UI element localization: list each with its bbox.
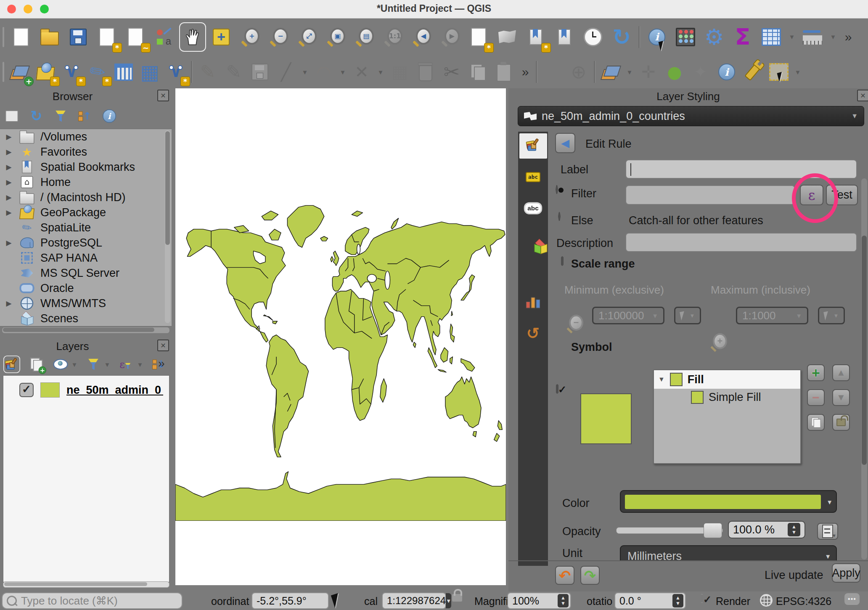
modify-attributes-icon[interactable]: ▦ — [389, 60, 410, 84]
show-spatial-bookmarks-icon[interactable] — [553, 24, 576, 50]
expand-arrow-icon[interactable]: ▶ — [4, 299, 13, 308]
zoom-to-selection-icon[interactable]: ▣ — [324, 24, 347, 50]
measure-caret[interactable]: ▼ — [829, 33, 837, 40]
layer-tools-caret[interactable]: ▼ — [626, 69, 633, 76]
select-tool-disabled-icon[interactable]: ✛ — [638, 60, 659, 84]
lock-scale-icon[interactable] — [452, 594, 462, 603]
add-symbol-layer-button[interactable]: + — [807, 364, 825, 381]
browser-item-geopackage[interactable]: ▶GeoPackage — [0, 205, 172, 220]
zoom-out-icon[interactable]: − — [267, 24, 290, 50]
data-defined-override-button[interactable]: ▼ — [817, 523, 838, 540]
map-canvas[interactable] — [175, 88, 506, 585]
browser-vertical-scrollbar[interactable] — [165, 130, 170, 323]
new-spatial-bookmark-icon[interactable]: * — [524, 24, 548, 50]
pan-map-icon[interactable] — [181, 24, 204, 50]
symbol-tree-child-row[interactable]: Simple Fill — [654, 389, 800, 406]
spinner-icon[interactable]: ▲▼ — [672, 594, 683, 607]
digitize-curve-icon[interactable]: ◠ — [313, 60, 335, 84]
tab-diagrams[interactable] — [519, 258, 547, 283]
reshape-features-icon[interactable]: ● — [664, 60, 685, 84]
rotate-feature-icon[interactable]: ⊕ — [568, 60, 590, 84]
messages-bubble-icon[interactable]: ••• — [844, 593, 860, 605]
attribute-table-caret[interactable]: ▼ — [788, 33, 796, 40]
toolbar-overflow-chevron[interactable]: » — [519, 65, 532, 79]
pan-to-selection-icon[interactable]: + — [209, 24, 233, 50]
browser-item-macintosh-hd[interactable]: ▶/ (Macintosh HD) — [0, 190, 172, 205]
style-manager-icon[interactable]: a — [152, 24, 176, 50]
coordinate-value-box[interactable]: -5.2°,55.9° — [251, 592, 329, 609]
else-radio[interactable] — [558, 212, 561, 221]
data-source-manager-icon[interactable]: + — [8, 60, 30, 84]
open-project-icon[interactable] — [38, 24, 61, 50]
spinner-icon[interactable]: ▲▼ — [558, 594, 569, 607]
measure-icon[interactable] — [801, 24, 824, 50]
layer-selector-dropdown[interactable]: ne_50m_admin_0_countries ▼ — [518, 106, 864, 126]
temporal-controller-icon[interactable] — [581, 24, 605, 50]
zoom-native-icon[interactable]: 1:1 — [381, 24, 405, 50]
browser-item-home[interactable]: ▶⌂Home — [0, 175, 172, 190]
crs-value[interactable]: EPSG:4326 — [776, 595, 831, 607]
add-group-icon[interactable]: + — [29, 357, 43, 372]
browser-refresh-icon[interactable]: ↻ — [29, 109, 43, 124]
expand-arrow-icon[interactable]: ▶ — [4, 193, 13, 202]
magnifier-spinbox[interactable]: 100% ▲▼ — [507, 592, 571, 609]
rotation-spinbox[interactable]: 0.0 ° ▲▼ — [614, 592, 686, 609]
browser-item-ms-sql-server[interactable]: MS SQL Server — [0, 265, 172, 281]
expander-icon[interactable]: ▼ — [658, 376, 665, 383]
open-layer-styling-icon[interactable] — [4, 357, 19, 372]
save-edits-icon[interactable] — [249, 60, 271, 84]
render-checkbox[interactable] — [701, 594, 703, 603]
browser-item-volumes[interactable]: ▶/Volumes — [0, 129, 172, 144]
zoom-next-icon[interactable]: ▶ — [438, 24, 462, 50]
filter-legend-icon[interactable] — [86, 357, 101, 372]
statistical-summary-icon[interactable] — [674, 24, 697, 50]
spinner-icon[interactable]: ▲▼ — [788, 523, 800, 536]
move-up-button[interactable]: ▲ — [832, 364, 850, 381]
paste-features-icon[interactable] — [493, 60, 515, 84]
new-mesh-layer-icon[interactable] — [113, 60, 135, 84]
back-button[interactable]: ◀ — [555, 133, 575, 153]
layer-visibility-checkbox[interactable] — [19, 383, 34, 397]
current-edits-icon[interactable]: ✎ — [223, 60, 245, 84]
scale-range-checkbox[interactable] — [561, 256, 564, 266]
expand-arrow-icon[interactable]: ▶ — [4, 163, 13, 172]
filter-radio[interactable] — [556, 185, 558, 194]
max-scale-extent-button[interactable]: ▼ — [818, 307, 845, 324]
attribute-table-icon[interactable] — [760, 24, 783, 50]
filter-input[interactable] — [625, 185, 795, 205]
symbol-checkbox[interactable] — [556, 384, 558, 394]
manage-visibility-icon-caret[interactable]: ▼ — [71, 361, 78, 368]
curve-caret[interactable]: ▼ — [339, 69, 347, 76]
layer-tools-icon[interactable] — [600, 60, 622, 84]
globe-crs-icon[interactable] — [760, 594, 773, 607]
browser-item-sap-hana[interactable]: SAP HANA — [0, 250, 172, 265]
layer-row[interactable]: ne_50m_admin_0_c — [3, 379, 169, 401]
tab-history[interactable]: ↺ — [519, 320, 547, 345]
simplify-feature-icon[interactable]: ✦ — [690, 60, 712, 84]
min-scale-extent-button[interactable]: ▼ — [674, 307, 701, 324]
opacity-slider-handle[interactable] — [704, 523, 722, 538]
opacity-spinbox[interactable]: 100.0 % ▲▼ — [728, 521, 805, 538]
expand-arrow-icon[interactable]: ▶ — [4, 208, 13, 217]
layers-horizontal-scrollbar[interactable] — [3, 581, 169, 588]
new-virtual-layer-icon[interactable]: ▦ — [139, 60, 161, 84]
refresh-map-icon[interactable]: ↻ — [610, 24, 633, 50]
toggle-editing-icon[interactable]: ✎ — [197, 60, 219, 84]
browser-close-icon[interactable]: ✕ — [157, 90, 169, 101]
browser-item-wms-wmts[interactable]: ▶WMS/WMTS — [0, 296, 172, 311]
browser-filter-icon[interactable] — [53, 109, 68, 124]
tab-masks[interactable]: abc — [519, 196, 547, 221]
tab-symbology[interactable] — [519, 133, 547, 159]
min-scale-combo[interactable]: 1:100000▼ — [592, 307, 664, 324]
info-icon[interactable]: i — [716, 60, 738, 84]
browser-item-favorites[interactable]: ▶★Favorites — [0, 144, 172, 159]
vertex-tool-icon[interactable]: ✕ — [351, 60, 373, 84]
expand-arrow-icon[interactable]: ▶ — [4, 239, 13, 247]
tab-elevation[interactable] — [519, 289, 547, 314]
locator-search-input[interactable]: Type to locate (⌘K) — [2, 592, 183, 609]
duplicate-symbol-layer-button[interactable] — [807, 414, 825, 431]
tab-3d-view[interactable] — [519, 227, 547, 252]
layout-manager-icon[interactable]: ~ — [124, 24, 147, 50]
symbol-tree-root-row[interactable]: ▼ Fill — [654, 370, 800, 389]
save-project-icon[interactable] — [66, 24, 90, 50]
